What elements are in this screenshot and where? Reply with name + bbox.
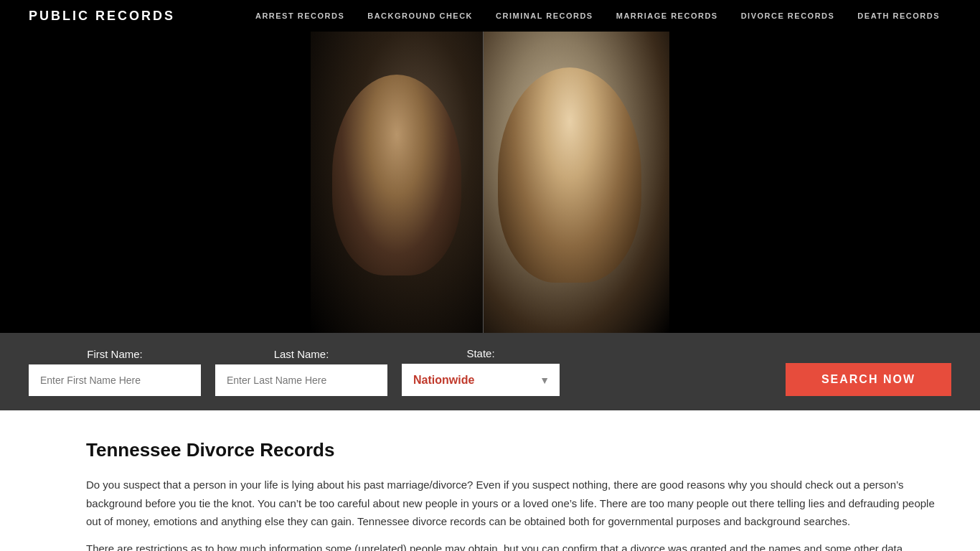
search-bar: First Name: Last Name: State: Nationwide…	[0, 333, 980, 410]
first-name-field: First Name:	[29, 348, 201, 396]
hero-image	[0, 32, 980, 333]
site-title: PUBLIC RECORDS	[29, 9, 175, 24]
first-name-label: First Name:	[29, 348, 201, 360]
hero-person-man	[311, 32, 483, 333]
last-name-field: Last Name:	[215, 348, 387, 396]
content-paragraph-2: There are restrictions as to how much in…	[86, 540, 951, 552]
search-now-button[interactable]: SEARCH NOW	[786, 363, 951, 396]
header: PUBLIC RECORDS ARREST RECORDSBACKGROUND …	[0, 0, 980, 32]
search-button-wrapper: SEARCH NOW	[574, 363, 951, 396]
state-select-wrapper: NationwideAlabamaAlaskaArizonaArkansasCa…	[402, 364, 560, 396]
nav-link-divorce-records[interactable]: DIVORCE RECORDS	[730, 11, 847, 20]
nav-link-arrest-records[interactable]: ARREST RECORDS	[244, 11, 356, 20]
main-nav: ARREST RECORDSBACKGROUND CHECKCRIMINAL R…	[244, 11, 951, 20]
state-select[interactable]: NationwideAlabamaAlaskaArizonaArkansasCa…	[402, 364, 560, 396]
content-paragraph-1: Do you suspect that a person in your lif…	[86, 476, 951, 531]
nav-link-death-records[interactable]: DEATH RECORDS	[846, 11, 951, 20]
hero-couple	[311, 32, 669, 333]
nav-link-marriage-records[interactable]: MARRIAGE RECORDS	[605, 11, 730, 20]
first-name-input[interactable]	[29, 364, 201, 396]
nav-link-background-check[interactable]: BACKGROUND CHECK	[356, 11, 484, 20]
state-label: State:	[402, 347, 560, 359]
page-heading: Tennessee Divorce Records	[86, 439, 951, 461]
main-content: Tennessee Divorce Records Do you suspect…	[0, 410, 980, 551]
nav-link-criminal-records[interactable]: CRIMINAL RECORDS	[484, 11, 605, 20]
state-field: State: NationwideAlabamaAlaskaArizonaArk…	[402, 347, 560, 396]
last-name-label: Last Name:	[215, 348, 387, 360]
hero-person-woman	[483, 32, 669, 333]
last-name-input[interactable]	[215, 364, 387, 396]
